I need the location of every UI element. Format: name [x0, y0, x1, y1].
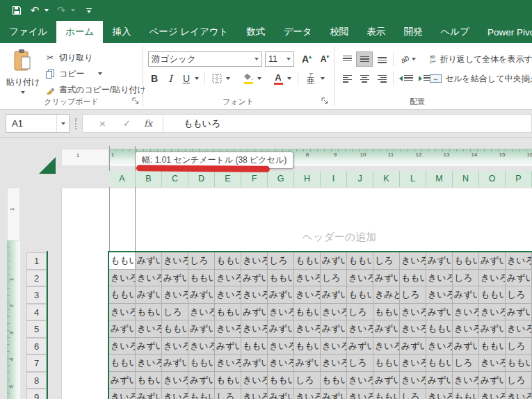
cell-F8[interactable]: きいろ: [241, 372, 268, 389]
clipboard-dialog-launcher-icon[interactable]: [131, 96, 140, 106]
increase-font-size-button[interactable]: A▴: [299, 51, 314, 67]
cut-button[interactable]: ✂ 切り取り: [45, 50, 93, 65]
cell-C8[interactable]: きいろ: [162, 372, 188, 389]
cell-L7[interactable]: きいろ: [400, 355, 426, 372]
tab-ファイル[interactable]: ファイル: [0, 21, 56, 43]
cell-J2[interactable]: きいろ: [347, 270, 373, 287]
font-color-dropdown-icon[interactable]: [285, 71, 293, 86]
cell-C7[interactable]: みずいろ: [162, 355, 188, 372]
cell-F6[interactable]: ももいろ: [241, 338, 268, 355]
cell-I6[interactable]: きいろ: [321, 338, 347, 355]
cell-E4[interactable]: ももいろ: [215, 304, 241, 321]
cell-M6[interactable]: きいろ: [426, 338, 453, 355]
cell-E5[interactable]: きいろ: [215, 320, 241, 338]
cell-O2[interactable]: きいろ: [479, 270, 506, 287]
underline-dropdown-icon[interactable]: [193, 71, 201, 86]
phonetic-guide-icon[interactable]: ア 亜: [303, 70, 319, 88]
font-color-icon[interactable]: A: [271, 70, 285, 88]
fill-color-dropdown-icon[interactable]: [255, 71, 264, 86]
cell-H9[interactable]: きいろ: [294, 389, 321, 399]
cell-D1[interactable]: しろ: [188, 252, 215, 270]
cell-G4[interactable]: きいろ: [268, 304, 294, 321]
cell-I7[interactable]: きいろ: [321, 355, 347, 372]
cell-B9[interactable]: みずいろ: [136, 389, 162, 399]
cell-B4[interactable]: ももいろ: [136, 304, 162, 321]
cell-O9[interactable]: きいろ: [479, 389, 506, 399]
cell-O8[interactable]: みずいろ: [479, 372, 506, 389]
tab-表示[interactable]: 表示: [358, 21, 395, 43]
format-painter-button[interactable]: 書式のコピー/貼り付け: [45, 82, 146, 97]
tab-ヘルプ[interactable]: ヘルプ: [432, 21, 478, 43]
paste-button[interactable]: 貼り付け: [4, 49, 42, 100]
cell-J8[interactable]: きいろ: [347, 372, 373, 389]
cell-G3[interactable]: みずいろ: [268, 286, 294, 304]
cell-D2[interactable]: ももいろ: [188, 270, 215, 287]
cell-M5[interactable]: ももいろ: [426, 320, 453, 338]
font-name-combo[interactable]: 游ゴシック: [148, 51, 262, 67]
cell-H8[interactable]: しろ: [294, 372, 321, 389]
bottom-align-icon[interactable]: [373, 51, 390, 67]
cell-A2[interactable]: きいろ: [109, 270, 136, 287]
column-header-O[interactable]: O: [479, 171, 506, 187]
column-header-N[interactable]: N: [453, 171, 479, 187]
cell-O5[interactable]: みずいろ: [479, 320, 506, 338]
cell-N8[interactable]: きいろ: [453, 372, 479, 389]
top-align-icon[interactable]: [339, 51, 355, 67]
cell-P4[interactable]: みずいろ: [506, 304, 532, 321]
cell-B2[interactable]: きいろ: [136, 270, 162, 287]
cell-C3[interactable]: きいろ: [162, 286, 188, 304]
borders-icon[interactable]: [210, 71, 224, 86]
cell-C5[interactable]: ももいろ: [162, 320, 188, 338]
cell-B1[interactable]: みずいろ: [136, 252, 162, 270]
cell-G9[interactable]: みずいろ: [268, 389, 294, 399]
column-header-B[interactable]: B: [136, 171, 162, 187]
cell-P5[interactable]: きいろ: [506, 320, 532, 338]
cell-O1[interactable]: みずいろ: [479, 252, 506, 270]
cell-M3[interactable]: きいろ: [426, 286, 453, 304]
cell-C6[interactable]: きいろ: [162, 338, 188, 355]
row-header-8[interactable]: 8: [26, 372, 47, 389]
column-header-L[interactable]: L: [400, 171, 426, 187]
cell-D7[interactable]: ももいろ: [188, 355, 215, 372]
cell-H4[interactable]: ももいろ: [294, 304, 321, 321]
phonetic-dropdown-icon[interactable]: [319, 71, 327, 86]
column-header-C[interactable]: C: [162, 171, 188, 187]
cell-K3[interactable]: きみどり: [373, 286, 400, 304]
cell-O4[interactable]: きいろ: [479, 304, 506, 321]
cell-D4[interactable]: きいろ: [188, 304, 215, 321]
cell-G8[interactable]: ももいろ: [268, 372, 294, 389]
underline-button[interactable]: U: [180, 71, 193, 86]
cell-I4[interactable]: きいろ: [321, 304, 347, 321]
cell-E6[interactable]: みずいろ: [215, 338, 241, 355]
paste-dropdown-icon[interactable]: [21, 91, 25, 94]
font-dialog-launcher-icon[interactable]: [320, 96, 330, 106]
cell-E3[interactable]: きいろ: [215, 286, 241, 304]
cell-L6[interactable]: みずいろ: [400, 338, 426, 355]
cell-L8[interactable]: きいろ: [400, 372, 426, 389]
cell-I2[interactable]: しろ: [321, 270, 347, 287]
italic-button[interactable]: I: [164, 71, 177, 86]
cell-O7[interactable]: きいろ: [479, 355, 506, 372]
tab-数式[interactable]: 数式: [237, 21, 274, 43]
tab-データ[interactable]: データ: [274, 21, 321, 43]
cell-G7[interactable]: きいろ: [268, 355, 294, 372]
middle-align-icon[interactable]: [356, 51, 373, 67]
cell-F1[interactable]: きいろ: [241, 252, 268, 270]
cell-P8[interactable]: しろ: [506, 372, 532, 389]
cell-A7[interactable]: ももいろ: [109, 355, 136, 372]
align-right-icon[interactable]: [373, 71, 390, 86]
cell-M9[interactable]: きいろ: [426, 389, 453, 399]
cell-D9[interactable]: ももいろ: [188, 389, 215, 399]
cell-N3[interactable]: みずいろ: [453, 286, 479, 304]
cell-H1[interactable]: ももいろ: [294, 252, 321, 270]
select-all-triangle-icon[interactable]: [39, 157, 56, 174]
undo-dropdown-icon[interactable]: [45, 3, 51, 18]
column-header-M[interactable]: M: [426, 171, 453, 187]
tab-開発[interactable]: 開発: [395, 21, 432, 43]
cell-J5[interactable]: きいろ: [347, 320, 373, 338]
cell-C4[interactable]: しろ: [162, 304, 188, 321]
tab-ページ レイアウト[interactable]: ページ レイアウト: [140, 21, 237, 43]
cell-E1[interactable]: ももいろ: [215, 252, 241, 270]
copy-button[interactable]: コピー: [45, 66, 102, 81]
cell-M2[interactable]: きいろ: [426, 270, 453, 287]
